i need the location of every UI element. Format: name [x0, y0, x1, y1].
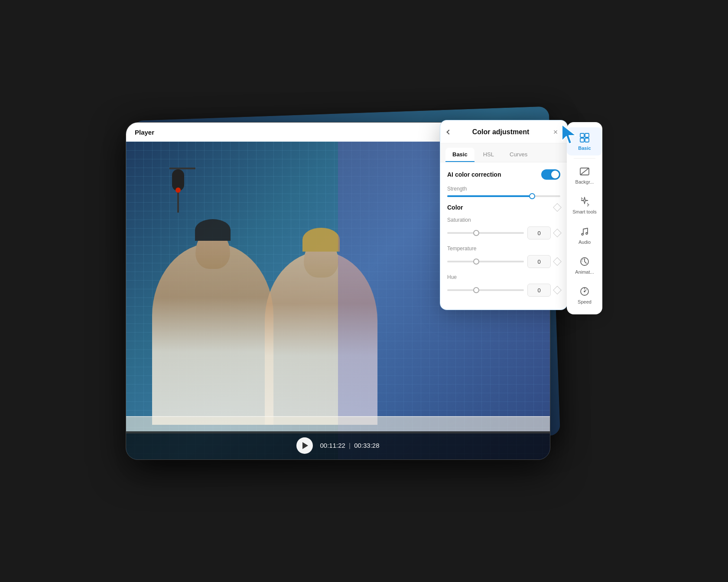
svg-rect-7	[585, 138, 589, 142]
sidebar-background-label: Backgr...	[575, 179, 594, 185]
panel-header: Color adjustment ×	[440, 120, 567, 143]
saturation-label: Saturation	[447, 217, 560, 223]
time-separator: |	[349, 442, 351, 449]
strength-slider-track[interactable]	[447, 195, 560, 197]
video-controls: 00:11:22 | 00:33:28	[126, 431, 550, 459]
scene-wrapper: Player	[126, 96, 602, 486]
music-icon	[578, 226, 591, 238]
current-time: 00:11:22	[320, 442, 345, 449]
temperature-slider-track[interactable]	[447, 261, 524, 262]
cursor-arrow	[559, 121, 582, 149]
background-icon	[578, 165, 591, 178]
microphone	[169, 168, 187, 224]
color-section-title: Color	[447, 204, 463, 211]
table-surface	[126, 416, 550, 433]
play-button[interactable]	[296, 437, 313, 454]
hue-input-row	[447, 284, 560, 297]
hue-slider-track[interactable]	[447, 289, 524, 291]
sidebar-audio-label: Audio	[578, 239, 591, 245]
sidebar-item-speed[interactable]: Speed	[567, 281, 602, 309]
temperature-label: Temperature	[447, 246, 560, 252]
strength-section: Strength	[447, 186, 560, 197]
color-section: Color Saturation Tempera	[447, 204, 560, 297]
ai-correction-row: AI color correction	[447, 169, 560, 180]
hue-reset-icon[interactable]	[553, 286, 562, 294]
hue-label: Hue	[447, 274, 560, 280]
hue-control: Hue	[447, 274, 560, 297]
toggle-knob	[551, 171, 559, 178]
color-adjustment-panel: Color adjustment × Basic HSL Curves AI c…	[440, 120, 568, 310]
panel-tabs: Basic HSL Curves	[440, 143, 567, 162]
sparkle-icon	[578, 195, 591, 207]
svg-rect-5	[585, 133, 589, 137]
temperature-value-input[interactable]	[527, 255, 551, 268]
sidebar-item-animate[interactable]: Animat...	[567, 251, 602, 279]
ai-correction-label: AI color correction	[447, 171, 501, 178]
temperature-slider-thumb[interactable]	[473, 259, 479, 265]
strength-slider-fill	[447, 195, 532, 197]
strength-slider-thumb[interactable]	[529, 193, 535, 199]
strength-slider-row	[447, 195, 560, 197]
panel-content: AI color correction Strength Color	[440, 162, 567, 310]
strength-label: Strength	[447, 186, 560, 192]
sidebar-item-smart-tools[interactable]: Smart tools	[567, 191, 602, 219]
temperature-input-row	[447, 255, 560, 268]
temperature-reset-icon[interactable]	[553, 257, 562, 266]
total-time: 00:33:28	[354, 442, 379, 449]
saturation-control: Saturation	[447, 217, 560, 239]
time-display: 00:11:22 | 00:33:28	[320, 442, 379, 449]
right-sidebar: Basic Backgr... Smart tools	[567, 122, 602, 314]
saturation-input-row	[447, 226, 560, 239]
sidebar-item-audio[interactable]: Audio	[567, 221, 602, 249]
panel-title: Color adjustment	[472, 128, 530, 136]
svg-point-10	[582, 233, 583, 235]
temperature-control: Temperature	[447, 246, 560, 268]
tab-curves[interactable]: Curves	[503, 148, 534, 162]
sidebar-smart-tools-label: Smart tools	[572, 209, 597, 215]
diamond-reset-icon[interactable]	[553, 203, 562, 212]
svg-point-11	[586, 233, 588, 234]
person-left	[152, 243, 273, 425]
sidebar-speed-label: Speed	[578, 299, 592, 305]
ai-correction-toggle[interactable]	[541, 169, 560, 180]
color-section-header: Color	[447, 204, 560, 211]
tab-basic[interactable]: Basic	[445, 148, 474, 162]
saturation-reset-icon[interactable]	[553, 229, 562, 237]
hue-slider-thumb[interactable]	[473, 287, 479, 293]
sidebar-item-background[interactable]: Backgr...	[567, 161, 602, 189]
hue-value-input[interactable]	[527, 284, 551, 297]
saturation-value-input[interactable]	[527, 226, 551, 239]
play-icon	[302, 442, 308, 449]
back-button[interactable]	[447, 130, 451, 134]
saturation-slider-track[interactable]	[447, 232, 524, 234]
player-title: Player	[135, 129, 154, 136]
sidebar-animate-label: Animat...	[575, 269, 594, 275]
animate-icon	[578, 255, 591, 268]
sidebar-divider-1	[574, 158, 595, 158]
saturation-slider-thumb[interactable]	[473, 230, 479, 236]
speed-icon	[578, 285, 591, 297]
chevron-left-icon	[446, 129, 451, 134]
tab-hsl[interactable]: HSL	[476, 148, 501, 162]
svg-line-9	[580, 168, 589, 175]
